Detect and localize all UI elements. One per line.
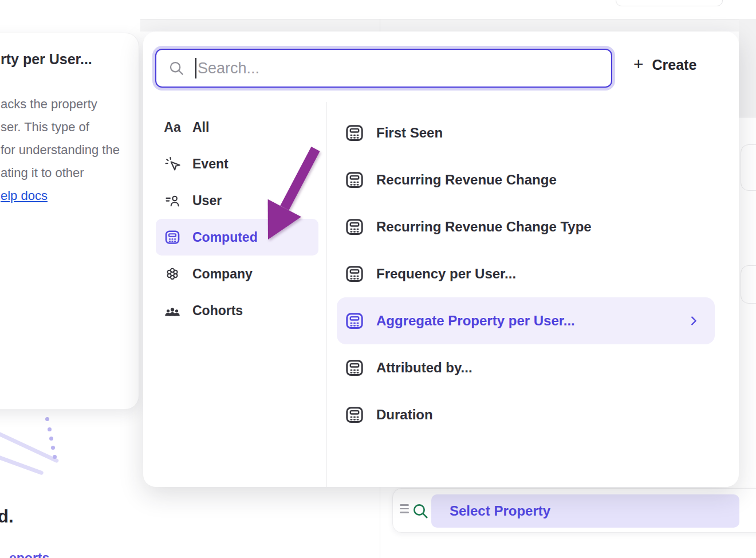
help-docs-link[interactable]: elp docs	[1, 188, 48, 203]
property-label: Duration	[376, 407, 433, 423]
calculator-icon	[344, 311, 365, 331]
property-row-aggregate-property-per-user[interactable]: Aggregate Property per User...	[337, 297, 715, 344]
property-label: Attributed by...	[376, 360, 472, 376]
partial-card-right-2	[741, 265, 756, 304]
tooltip-text-line: ser. This type of	[1, 120, 89, 135]
decor-dot	[48, 427, 52, 431]
annotation-arrow-icon	[251, 143, 325, 246]
property-row-frequency-per-user[interactable]: Frequency per User...	[337, 250, 715, 297]
category-item-company[interactable]: Company	[156, 256, 318, 292]
category-label: User	[192, 193, 222, 209]
calculator-icon	[344, 217, 365, 237]
background-panel-divider-lower	[380, 487, 380, 558]
category-label: Cohorts	[192, 303, 243, 319]
property-label: First Seen	[376, 125, 443, 141]
category-label: All	[192, 120, 209, 135]
tooltip-text-line: acks the property	[1, 97, 97, 112]
background-right-panel	[739, 19, 756, 117]
drag-handle-icon[interactable]	[400, 504, 409, 516]
chevron-right-icon	[687, 315, 700, 327]
decor-dot	[45, 417, 49, 421]
property-tooltip-card: rty per User... acks the property ser. T…	[0, 33, 139, 410]
tooltip-text-line: ating it to other	[1, 166, 84, 180]
category-label: Event	[192, 156, 229, 172]
property-row-first-seen[interactable]: First Seen	[337, 109, 715, 156]
aa-icon: Aa	[163, 120, 182, 135]
decor-dot	[49, 437, 53, 441]
category-label: Company	[192, 266, 253, 282]
property-row-duration[interactable]: Duration	[337, 391, 715, 438]
category-item-cohorts[interactable]: Cohorts	[156, 292, 318, 329]
user-list-icon	[163, 192, 182, 209]
decor-diagonal-line	[0, 429, 59, 463]
calculator-icon	[344, 170, 365, 190]
clipped-link-fragment: eports	[9, 551, 49, 558]
create-button-label: Create	[652, 57, 697, 73]
property-list: First Seen Recurring Revenue Change	[337, 109, 715, 438]
property-label: Recurring Revenue Change Type	[376, 219, 592, 235]
property-label: Recurring Revenue Change	[376, 172, 557, 188]
property-label: Frequency per User...	[376, 266, 516, 282]
decor-dot	[51, 446, 55, 450]
decor-dot	[53, 455, 57, 459]
search-focus-ring	[152, 46, 615, 91]
background-toolbar-band	[140, 19, 756, 32]
search-icon	[168, 60, 185, 77]
calculator-icon	[344, 123, 365, 143]
calculator-icon	[344, 404, 365, 425]
partial-button-top-right[interactable]	[616, 0, 723, 6]
category-label: Computed	[192, 230, 258, 245]
property-search-icon	[411, 502, 430, 520]
select-property-bar: Select Property	[392, 488, 756, 533]
property-row-recurring-revenue-change-type[interactable]: Recurring Revenue Change Type	[337, 203, 715, 250]
text-caret	[195, 58, 196, 78]
search-field[interactable]	[155, 49, 612, 88]
category-item-all[interactable]: Aa All	[156, 109, 318, 146]
tooltip-text-line: for understanding the	[1, 143, 120, 158]
company-cluster-icon	[163, 266, 182, 282]
partial-card-right-1	[741, 144, 756, 191]
plus-icon: +	[633, 56, 644, 73]
calculator-icon	[163, 229, 182, 246]
popover-column-divider	[326, 102, 327, 487]
create-button[interactable]: + Create	[633, 57, 696, 73]
property-label: Aggregate Property per User...	[376, 313, 575, 329]
property-row-recurring-revenue-change[interactable]: Recurring Revenue Change	[337, 156, 715, 203]
calculator-icon	[344, 264, 365, 284]
cohorts-people-icon	[163, 302, 182, 319]
property-row-attributed-by[interactable]: Attributed by...	[337, 344, 715, 391]
event-cursor-icon	[163, 156, 182, 172]
background-panel-divider	[380, 19, 380, 32]
select-property-button[interactable]: Select Property	[431, 494, 739, 528]
clipped-heading-fragment: d.	[0, 506, 14, 527]
calculator-icon	[344, 357, 365, 378]
tooltip-title: rty per User...	[1, 51, 92, 68]
search-input[interactable]	[198, 60, 611, 77]
property-picker-popover: + Create Aa All Event	[143, 32, 739, 487]
